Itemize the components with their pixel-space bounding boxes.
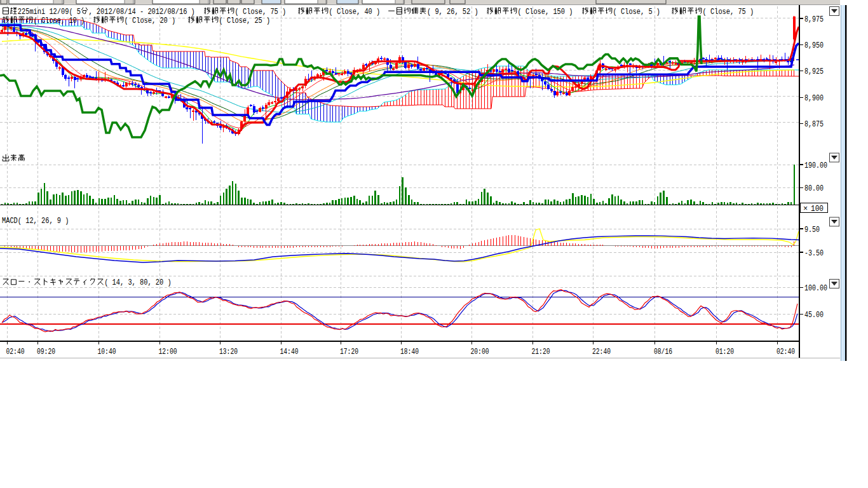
svg-text:( Close, 75 ): ( Close, 75 ) (235, 7, 287, 17)
svg-text:190.00: 190.00 (804, 161, 827, 170)
svg-text:8,900: 8,900 (804, 93, 824, 103)
svg-text:×: × (803, 205, 808, 214)
svg-text:100.00: 100.00 (804, 283, 827, 293)
svg-text:10:40: 10:40 (98, 347, 116, 356)
svg-text:( Close, 40 ): ( Close, 40 ) (329, 7, 381, 17)
svg-text:MACD( 12, 26, 9 ): MACD( 12, 26, 9 ) (2, 216, 69, 226)
svg-text:8,975: 8,975 (804, 15, 824, 24)
svg-text:( Close, 75 ): ( Close, 75 ) (703, 7, 754, 17)
svg-text:( Close, 20 ): ( Close, 20 ) (125, 16, 176, 25)
svg-text:( Close, 5 ): ( Close, 5 ) (613, 7, 660, 17)
svg-text:20:00: 20:00 (471, 347, 489, 356)
svg-text:8,875: 8,875 (804, 119, 824, 129)
svg-text:225mini 12/09( 5: 225mini 12/09( 5 (18, 7, 81, 17)
svg-text:, 2012/08/14 - 2012/08/16 ): , 2012/08/14 - 2012/08/16 ) (88, 7, 194, 17)
svg-text:80.00: 80.00 (804, 184, 824, 193)
svg-text:22:40: 22:40 (592, 347, 611, 356)
svg-text:18:40: 18:40 (400, 347, 419, 356)
svg-text:( Close, 10 ): ( Close, 10 ) (34, 16, 85, 25)
svg-text:45.00: 45.00 (804, 310, 824, 320)
svg-text:13:20: 13:20 (219, 347, 238, 356)
svg-text:8,950: 8,950 (804, 41, 824, 50)
svg-text:17:20: 17:20 (340, 347, 358, 356)
svg-text:09:20: 09:20 (37, 347, 55, 356)
svg-text:( 14, 3, 80, 20 ): ( 14, 3, 80, 20 ) (104, 278, 171, 287)
svg-text:21:20: 21:20 (532, 347, 550, 356)
svg-text:14:40: 14:40 (280, 347, 299, 356)
svg-text:01:20: 01:20 (715, 347, 734, 356)
svg-text:100: 100 (811, 205, 824, 214)
svg-text:8,925: 8,925 (804, 67, 824, 76)
svg-text:( Close, 25 ): ( Close, 25 ) (219, 16, 271, 25)
svg-text:02:40: 02:40 (776, 347, 795, 356)
svg-text:( 9, 26, 52 ): ( 9, 26, 52 ) (427, 7, 478, 17)
svg-text:02:40: 02:40 (6, 347, 25, 356)
svg-text:08/16: 08/16 (654, 347, 672, 356)
svg-text:( Close, 150 ): ( Close, 150 ) (518, 7, 573, 17)
svg-text:-3.50: -3.50 (804, 248, 824, 258)
svg-text:12:00: 12:00 (159, 347, 177, 356)
svg-text:9.50: 9.50 (804, 225, 820, 234)
